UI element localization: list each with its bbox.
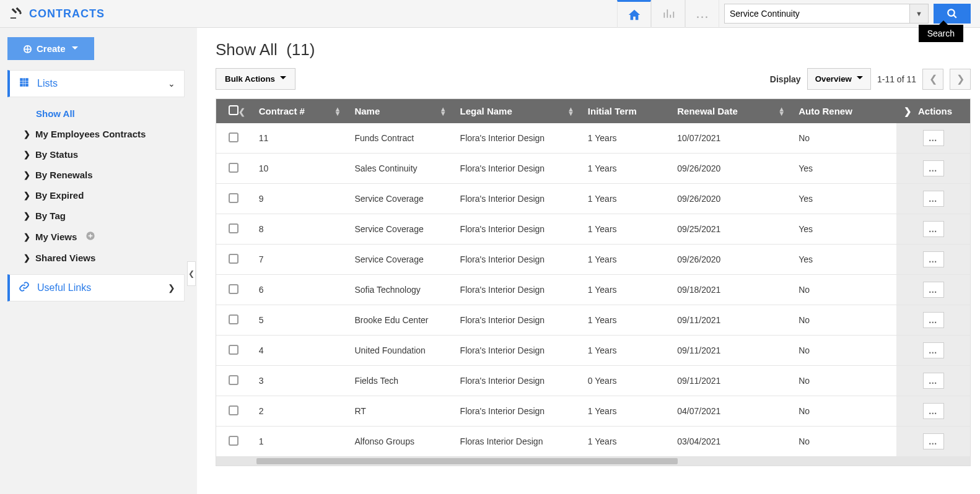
svg-rect-8 <box>24 84 25 87</box>
sidebar-item-show-all[interactable]: Show All <box>11 103 185 124</box>
row-checkbox[interactable] <box>229 254 238 264</box>
checkbox-icon[interactable] <box>229 105 238 115</box>
cell-name: Service Coverage <box>347 214 452 245</box>
row-actions-button[interactable]: … <box>923 312 944 328</box>
main-content: Show All (11) Bulk Actions Display Overv… <box>197 28 980 494</box>
cell-contract-no: 11 <box>252 123 348 154</box>
search-dropdown-toggle[interactable]: ▼ <box>910 4 929 24</box>
cell-legal-name: Flora's Interior Design <box>453 245 580 275</box>
contracts-table: ❮ Contract # ▲▼ Name ▲▼ Legal Name ▲▼ <box>216 99 970 457</box>
cell-contract-no: 9 <box>252 184 348 214</box>
useful-links-panel-header[interactable]: Useful Links ❯ <box>7 274 185 301</box>
bulk-actions-button[interactable]: Bulk Actions <box>216 68 295 90</box>
row-checkbox[interactable] <box>229 163 238 173</box>
table-row: 2RTFlora's Interior Design1 Years04/07/2… <box>216 396 970 427</box>
svg-rect-3 <box>25 78 28 81</box>
cell-legal-name: Flora's Interior Design <box>453 366 580 396</box>
caret-down-icon <box>280 74 286 84</box>
row-actions-button[interactable]: … <box>923 282 944 298</box>
chevron-left-icon: ❮ <box>238 106 245 116</box>
sidebar-item-by-tag[interactable]: ❯ By Tag <box>11 206 185 226</box>
row-actions-button[interactable]: … <box>923 160 944 176</box>
analytics-button[interactable] <box>651 0 685 28</box>
sidebar-item-by-status[interactable]: ❯ By Status <box>11 144 185 165</box>
more-button[interactable]: … <box>685 0 719 28</box>
add-icon[interactable] <box>85 231 95 243</box>
row-actions-button[interactable]: … <box>923 221 944 237</box>
cell-renewal-date: 09/26/2020 <box>670 245 791 275</box>
collapse-sidebar-button[interactable]: ❮ <box>187 261 196 286</box>
row-checkbox[interactable] <box>229 314 238 324</box>
row-checkbox[interactable] <box>229 223 238 233</box>
col-initial-term[interactable]: Initial Term <box>580 99 670 123</box>
overview-button[interactable]: Overview <box>807 68 871 90</box>
chevron-right-icon: ❯ <box>904 106 912 116</box>
link-icon <box>19 281 30 295</box>
sidebar-item-by-renewals[interactable]: ❯ By Renewals <box>11 165 185 185</box>
col-name[interactable]: Name ▲▼ <box>347 99 452 123</box>
row-actions-button[interactable]: … <box>923 191 944 207</box>
row-checkbox[interactable] <box>229 132 238 142</box>
svg-rect-2 <box>24 78 25 81</box>
pager-text: 1-11 of 11 <box>877 74 916 84</box>
col-contract-no[interactable]: Contract # ▲▼ <box>252 99 348 123</box>
row-actions-button[interactable]: … <box>923 130 944 146</box>
home-button[interactable] <box>617 0 651 28</box>
chevron-down-icon: ⌄ <box>168 79 175 89</box>
col-actions[interactable]: ❯ Actions <box>896 99 970 123</box>
table-row: 3Fields TechFlora's Interior Design0 Yea… <box>216 366 970 396</box>
sidebar-item-shared-views[interactable]: ❯ Shared Views <box>11 248 185 268</box>
row-actions-button[interactable]: … <box>923 251 944 267</box>
cell-legal-name: Flora's Interior Design <box>453 336 580 366</box>
row-checkbox[interactable] <box>229 436 238 446</box>
row-checkbox[interactable] <box>229 284 238 294</box>
cell-auto-renew: Yes <box>791 214 896 245</box>
row-actions-button[interactable]: … <box>923 433 944 449</box>
row-actions-button[interactable]: … <box>923 342 944 358</box>
horizontal-scrollbar[interactable] <box>216 457 970 466</box>
col-auto-renew[interactable]: Auto Renew <box>791 99 896 123</box>
search-tooltip: Search <box>919 25 963 42</box>
cell-renewal-date: 09/11/2021 <box>670 305 791 336</box>
sidebar-item-my-employees[interactable]: ❯ My Employees Contracts <box>11 124 185 144</box>
chevron-right-icon: ❯ <box>24 211 30 220</box>
sidebar-item-my-views[interactable]: ❯ My Views <box>11 226 185 248</box>
col-select-all[interactable]: ❮ <box>216 99 252 123</box>
cell-renewal-date: 09/26/2020 <box>670 184 791 214</box>
search-box: ▼ <box>724 4 971 24</box>
scroll-thumb[interactable] <box>256 458 678 464</box>
row-actions-button[interactable]: … <box>923 373 944 389</box>
row-actions-button[interactable]: … <box>923 403 944 419</box>
page-title: Show All (11) <box>216 40 971 59</box>
create-button[interactable]: ⨁ Create <box>7 37 94 60</box>
table-row: 11Funds ContractFlora's Interior Design1… <box>216 123 970 154</box>
row-checkbox[interactable] <box>229 193 238 203</box>
cell-auto-renew: No <box>791 123 896 154</box>
row-checkbox[interactable] <box>229 375 238 385</box>
row-checkbox[interactable] <box>229 345 238 355</box>
search-input[interactable] <box>724 4 910 24</box>
row-checkbox[interactable] <box>229 405 238 415</box>
cell-renewal-date: 09/25/2021 <box>670 214 791 245</box>
cell-legal-name: Flora's Interior Design <box>453 123 580 154</box>
sidebar-item-by-expired[interactable]: ❯ By Expired <box>11 185 185 206</box>
lists-panel-header[interactable]: Lists ⌄ <box>7 70 185 97</box>
cell-renewal-date: 09/11/2021 <box>670 366 791 396</box>
chevron-right-icon: ❯ <box>24 253 30 262</box>
cell-contract-no: 7 <box>252 245 348 275</box>
cell-legal-name: Flora's Interior Design <box>453 154 580 184</box>
cell-initial-term: 1 Years <box>580 154 670 184</box>
col-renewal-date[interactable]: Renewal Date ▲▼ <box>670 99 791 123</box>
lists-items: Show All ❯ My Employees Contracts ❯ By S… <box>7 97 185 268</box>
cell-name: United Foundation <box>347 336 452 366</box>
create-label: Create <box>37 43 66 54</box>
cell-initial-term: 1 Years <box>580 123 670 154</box>
contracts-table-wrap: ❮ Contract # ▲▼ Name ▲▼ Legal Name ▲▼ <box>216 98 971 466</box>
cell-contract-no: 6 <box>252 275 348 305</box>
chevron-right-icon: ❯ <box>24 170 30 180</box>
table-row: 6Sofia TechnologyFlora's Interior Design… <box>216 275 970 305</box>
pager-next-button[interactable]: ❯ <box>950 69 971 90</box>
svg-rect-1 <box>20 78 23 81</box>
col-legal-name[interactable]: Legal Name ▲▼ <box>453 99 580 123</box>
pager-prev-button[interactable]: ❮ <box>922 69 943 90</box>
